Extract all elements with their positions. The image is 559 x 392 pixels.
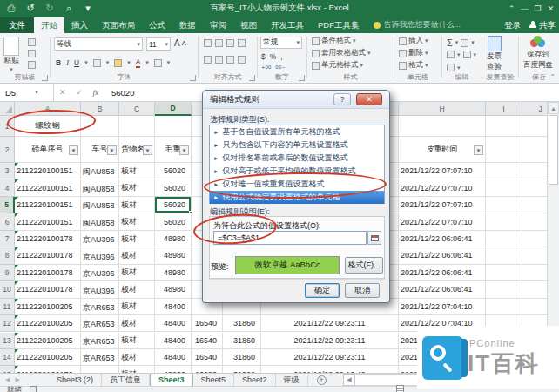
next-sheet-icon[interactable]: ▶: [15, 376, 19, 383]
cell-D8[interactable]: 48980: [155, 247, 192, 264]
cell-G14[interactable]: 2021/12/22 09:23:11: [261, 349, 399, 366]
cell-H11[interactable]: 2021/12/22 07:04:10: [399, 299, 486, 315]
align-center-icon[interactable]: [215, 56, 223, 64]
cell-H7[interactable]: 2021/12/22 06:06:41: [399, 231, 486, 247]
cell-B9[interactable]: 京AU396: [81, 265, 119, 281]
paste-button[interactable]: 粘贴▾: [3, 37, 19, 73]
cell-A10[interactable]: 2112220100178: [15, 281, 81, 298]
styles-button-1[interactable]: 套用表格格式▾: [312, 48, 371, 58]
row-header-2[interactable]: 2: [0, 137, 15, 163]
vertical-scroll-thumb[interactable]: [549, 115, 558, 185]
cell-C12[interactable]: 板材: [119, 315, 155, 332]
cell-D7[interactable]: 48980: [155, 231, 192, 247]
cell-I3[interactable]: [486, 163, 522, 179]
scroll-up-icon[interactable]: ▲: [548, 102, 559, 114]
cell-H10[interactable]: 2021/12/22 06:06:41: [399, 281, 486, 298]
sheet-tab-Sheet2[interactable]: Sheet2: [234, 374, 276, 386]
filter-dropdown-icon[interactable]: ▼: [474, 145, 483, 155]
cell-A4[interactable]: 2112220100151: [15, 179, 81, 196]
header-cell-A2[interactable]: 磅单序号▼: [15, 137, 81, 163]
cell-B12[interactable]: 京AR653: [81, 315, 119, 332]
copy-icon[interactable]: [28, 50, 36, 57]
prev-sheet-icon[interactable]: ◀: [5, 376, 10, 383]
cells-button-1[interactable]: 删除▾: [399, 48, 428, 58]
cut-icon[interactable]: [28, 38, 36, 46]
dialog-help-button[interactable]: ?: [333, 93, 351, 105]
cancel-entry-icon[interactable]: ✕: [59, 88, 66, 97]
save-to-netdisk-button[interactable]: 保存到 百度网盘: [523, 36, 553, 71]
collapse-range-picker-button[interactable]: [367, 231, 381, 245]
cell-E14[interactable]: 16540: [192, 349, 223, 366]
cell-B15[interactable]: [81, 366, 119, 373]
column-header-C[interactable]: C: [119, 102, 155, 116]
cell-G12[interactable]: 2021/12/22 09:23:11: [261, 315, 399, 332]
cell-B10[interactable]: 京AU396: [81, 281, 119, 298]
normal-view-icon[interactable]: [396, 385, 404, 392]
cell-D12[interactable]: 48400: [155, 315, 192, 332]
format-painter-icon[interactable]: [28, 61, 36, 69]
cell-D14[interactable]: 48400: [155, 349, 192, 366]
cell-H3[interactable]: 2021/12/22 07:07:10: [399, 163, 486, 179]
sign-in-link[interactable]: 登录: [504, 20, 521, 31]
share-button[interactable]: 共享: [529, 20, 556, 31]
grow-font-icon[interactable]: A: [174, 38, 180, 48]
row-header-15[interactable]: 15: [0, 366, 15, 373]
ribbon-tab-PDF工具集[interactable]: PDF工具集: [311, 17, 367, 33]
column-header-D[interactable]: D: [155, 102, 192, 116]
collapse-ribbon-icon[interactable]: ⌃: [549, 73, 556, 81]
font-name-select[interactable]: 等线▾: [54, 37, 143, 51]
find-select-icon[interactable]: [463, 51, 471, 58]
cell-A8[interactable]: 2112220100178: [15, 247, 81, 264]
cell-D1[interactable]: [155, 116, 192, 137]
cell-H6[interactable]: 2021/12/22 07:07:10: [399, 213, 486, 230]
sheet-tab-Sheet3 (2)[interactable]: Sheet3 (2): [49, 374, 102, 386]
cell-A3[interactable]: 2112220100151: [15, 163, 81, 179]
sheet-tab-Sheet3[interactable]: Sheet3: [150, 374, 193, 386]
sort-filter-icon[interactable]: [461, 39, 468, 47]
fill-color-icon[interactable]: [114, 59, 122, 67]
align-middle-icon[interactable]: [215, 39, 223, 47]
font-dialog-launcher[interactable]: [190, 75, 196, 81]
column-header-H[interactable]: H: [399, 102, 486, 116]
sheet-tab-员工信息[interactable]: 员工信息: [102, 374, 150, 386]
font-color-icon[interactable]: A: [136, 57, 141, 68]
filter-dropdown-icon[interactable]: ▼: [107, 145, 117, 155]
column-header-I[interactable]: I: [486, 102, 522, 116]
cell-H1[interactable]: [399, 116, 486, 137]
new-sheet-button[interactable]: +: [317, 374, 327, 386]
cell-B14[interactable]: 京AR653: [81, 349, 119, 366]
cell-C3[interactable]: 板材: [119, 163, 155, 179]
cell-C8[interactable]: 板材: [119, 247, 155, 264]
name-box[interactable]: D5▾: [0, 84, 54, 101]
underline-button[interactable]: U: [74, 58, 79, 67]
row-header-5[interactable]: 5: [0, 197, 15, 213]
cell-B5[interactable]: 闽AU858: [81, 197, 119, 213]
cell-I9[interactable]: [486, 265, 522, 281]
rule-type-item-0[interactable]: ►基于各自值设置所有单元格的格式: [210, 125, 384, 139]
number-format-select[interactable]: 常规▾: [260, 37, 302, 49]
header-cell-D2[interactable]: 毛重▼: [155, 137, 192, 163]
ribbon-display-options-icon[interactable]: ⌃: [505, 0, 518, 17]
cell-B6[interactable]: 闽AU858: [81, 213, 119, 230]
filter-dropdown-icon[interactable]: ▼: [69, 145, 78, 155]
row-header-13[interactable]: 13: [0, 333, 15, 349]
dialog-close-button[interactable]: ✕: [356, 93, 382, 105]
cell-H9[interactable]: 2021/12/22 06:06:41: [399, 265, 486, 281]
cell-H8[interactable]: 2021/12/22 06:06:41: [399, 247, 486, 264]
cell-I1[interactable]: [486, 116, 522, 137]
cell-I4[interactable]: [486, 179, 522, 196]
cell-I10[interactable]: [486, 281, 522, 298]
cell-C6[interactable]: 板材: [119, 213, 155, 230]
cell-I8[interactable]: [486, 247, 522, 264]
cell-C1[interactable]: [119, 116, 155, 137]
ok-button[interactable]: 确定: [305, 283, 340, 298]
currency-format-icon[interactable]: $: [261, 52, 266, 61]
cell-A12[interactable]: 2112220100205: [15, 315, 81, 332]
cell-A7[interactable]: 2112220100178: [15, 231, 81, 247]
comma-format-icon[interactable]: ,: [280, 52, 282, 61]
cell-C11[interactable]: 板材: [119, 299, 155, 315]
cell-F14[interactable]: 31860: [223, 349, 261, 366]
merge-center-icon[interactable]: [238, 56, 246, 64]
header-cell-I2[interactable]: [486, 137, 522, 163]
macro-record-icon[interactable]: [30, 386, 37, 392]
